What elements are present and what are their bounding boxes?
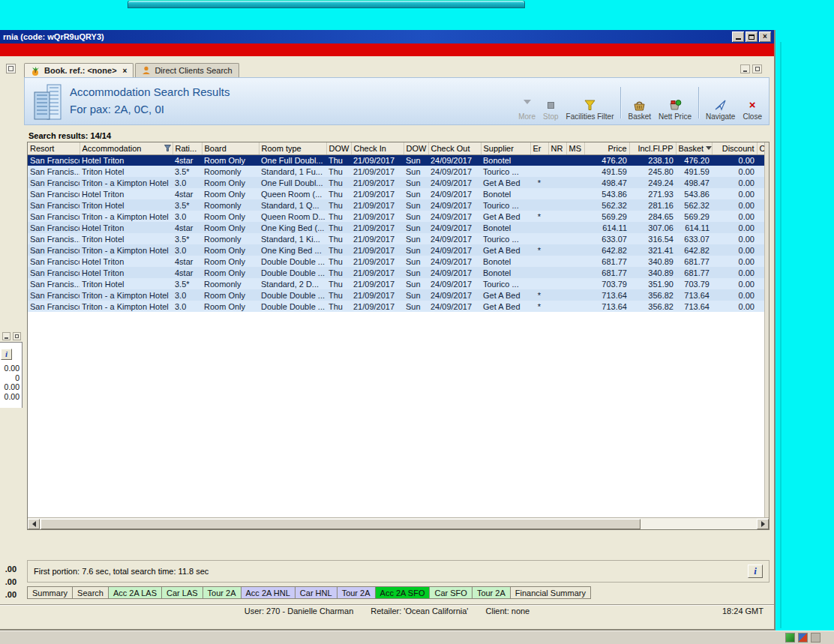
result-row[interactable]: San FranciscoTriton - a Kimpton Hotel3.0…	[28, 211, 764, 222]
panel-toggle-button[interactable]	[6, 64, 16, 73]
col-header-dow-in[interactable]: DOW	[326, 142, 351, 154]
col-header-basket[interactable]: Basket	[676, 142, 712, 154]
left-value: 0.00	[0, 392, 20, 402]
result-cell: One King Bed ...	[259, 244, 326, 256]
result-row[interactable]: San FranciscoTriton - a Kimpton Hotel3.0…	[28, 301, 764, 312]
result-cell	[530, 199, 548, 211]
result-row[interactable]: San Francis...Triton Hotel3.5*RoomonlySt…	[28, 278, 764, 289]
close-results-button[interactable]: × Close	[739, 78, 766, 124]
navigate-button[interactable]: Navigate	[702, 78, 739, 124]
result-row[interactable]: San FranciscoTriton - a Kimpton Hotel3.0…	[28, 289, 764, 301]
horizontal-scrollbar[interactable]	[28, 517, 769, 529]
bottom-tab-financial-summary[interactable]: Financial Summary	[511, 586, 591, 599]
left-info-button[interactable]: i	[1, 349, 12, 360]
nett-price-button[interactable]: Nett Price	[655, 78, 695, 124]
close-red-icon: ×	[749, 99, 756, 111]
restore-button[interactable]	[746, 31, 758, 42]
left-value: 0.00	[0, 382, 20, 392]
bottom-tab-tour-2a[interactable]: Tour 2A	[203, 586, 242, 599]
stop-button[interactable]: Stop	[539, 78, 562, 124]
scroll-left-button[interactable]	[28, 519, 40, 529]
col-header-rating[interactable]: Rati...	[172, 142, 202, 154]
filter-funnel-icon[interactable]	[164, 145, 171, 151]
result-row[interactable]: San Francis...Triton Hotel3.5*RoomonlySt…	[28, 166, 764, 177]
basket-button[interactable]: Basket	[624, 78, 655, 124]
info-button[interactable]: i	[748, 565, 763, 578]
restore-pane-button[interactable]	[752, 64, 762, 73]
scroll-right-button[interactable]	[757, 519, 769, 529]
result-row[interactable]: San FranciscoTriton - a Kimpton Hotel3.0…	[28, 177, 764, 188]
result-cell: Thu	[326, 289, 351, 301]
result-cell	[548, 244, 566, 256]
col-header-discount[interactable]: Discount	[712, 142, 757, 154]
result-cell: 681.77	[584, 267, 629, 278]
minimize-button[interactable]	[732, 31, 744, 42]
tab-close-icon[interactable]: ×	[123, 67, 128, 75]
result-cell: 21/09/2017	[351, 211, 404, 222]
tab-booking-ref[interactable]: Book. ref.: <none> ×	[24, 63, 134, 77]
tab-direct-clients-search[interactable]: Direct Clients Search	[135, 63, 238, 77]
bottom-tab-acc-2a-sfo[interactable]: Acc 2A SFO	[376, 586, 430, 599]
bottom-tab-acc-2a-las[interactable]: Acc 2A LAS	[109, 586, 162, 599]
col-header-price[interactable]: Price	[584, 142, 629, 154]
bottom-tab-car-sfo[interactable]: Car SFO	[430, 586, 472, 599]
result-cell: Queen Room (...	[259, 188, 326, 199]
tray-icon-3[interactable]	[811, 633, 820, 643]
col-header-supplier[interactable]: Supplier	[481, 142, 530, 154]
bottom-tab-summary[interactable]: Summary	[27, 586, 73, 599]
result-cell: Bonotel	[481, 267, 530, 278]
col-header-c[interactable]: C	[757, 142, 764, 154]
scrollbar-thumb[interactable]	[40, 519, 640, 529]
result-cell: San Francisco	[28, 301, 80, 312]
col-header-ms[interactable]: MS	[566, 142, 584, 154]
bottom-tab-acc-2a-hnl[interactable]: Acc 2A HNL	[242, 586, 296, 599]
tray-icon-1[interactable]	[785, 633, 795, 643]
facilities-filter-button[interactable]: Facilities Filter	[562, 78, 618, 124]
vertical-scrollbar-area[interactable]	[764, 142, 769, 517]
col-header-check-out[interactable]: Check Out	[428, 142, 481, 154]
result-cell	[566, 289, 584, 301]
document-tabstrip: Book. ref.: <none> × Direct Clients Sear…	[24, 63, 241, 77]
col-header-resort[interactable]: Resort	[28, 142, 80, 154]
result-row[interactable]: San FranciscoHotel Triton4starRoom OnlyQ…	[28, 188, 764, 199]
collapse-pane-button[interactable]	[740, 64, 750, 73]
result-row[interactable]: San Francis...Triton Hotel3.5*RoomonlySt…	[28, 233, 764, 244]
result-row[interactable]: San FranciscoHotel Triton4starRoom OnlyO…	[28, 222, 764, 233]
result-cell: 307.06	[629, 222, 676, 233]
col-header-room-type[interactable]: Room type	[259, 142, 326, 154]
result-cell: 21/09/2017	[351, 177, 404, 188]
bottom-tab-search[interactable]: Search	[73, 586, 109, 599]
result-cell: 491.59	[676, 166, 712, 177]
result-cell: 0.00	[712, 177, 757, 188]
col-header-nr[interactable]: NR	[548, 142, 566, 154]
result-row[interactable]: San FranciscoTriton - a Kimpton Hotel3.0…	[28, 244, 764, 256]
col-header-er[interactable]: Er	[530, 142, 548, 154]
bottom-tab-tour-2a[interactable]: Tour 2A	[472, 586, 511, 599]
col-header-dow-out[interactable]: DOW	[404, 142, 428, 154]
result-cell	[566, 154, 584, 166]
minimize-icon	[736, 34, 741, 40]
bottom-tab-tour-2a[interactable]: Tour 2A	[338, 586, 376, 599]
col-header-incl-fl-pp[interactable]: Incl.Fl.PP	[629, 142, 676, 154]
more-button[interactable]: More	[514, 78, 539, 124]
result-cell: Sun	[404, 301, 428, 312]
col-header-board[interactable]: Board	[202, 142, 259, 154]
taskbar[interactable]	[0, 631, 834, 644]
result-cell: Triton - a Kimpton Hotel	[80, 244, 172, 256]
col-header-accommodation[interactable]: Accommodation	[80, 142, 172, 154]
result-row[interactable]: San FranciscoHotel Triton4starRoom OnlyO…	[28, 154, 764, 166]
result-cell	[757, 233, 764, 244]
left-pane-restore-button[interactable]	[13, 332, 21, 340]
close-window-button[interactable]: ×	[759, 31, 771, 42]
col-header-check-in[interactable]: Check In	[351, 142, 404, 154]
tray-icon-2[interactable]	[798, 633, 808, 643]
result-cell: Double Double ...	[259, 267, 326, 278]
window-titlebar[interactable]: rnia (code: wQrR9uQRY3) ×	[0, 30, 774, 43]
bottom-tab-car-las[interactable]: Car LAS	[162, 586, 203, 599]
result-row[interactable]: San FranciscoTriton Hotel3.5*RoomonlySta…	[28, 199, 764, 211]
bottom-tab-car-hnl[interactable]: Car HNL	[296, 586, 338, 599]
result-cell: Hotel Triton	[80, 154, 172, 166]
left-pane-collapse-button[interactable]	[2, 332, 10, 340]
result-row[interactable]: San FranciscoHotel Triton4starRoom OnlyD…	[28, 256, 764, 267]
result-row[interactable]: San FranciscoHotel Triton4starRoom OnlyD…	[28, 267, 764, 278]
